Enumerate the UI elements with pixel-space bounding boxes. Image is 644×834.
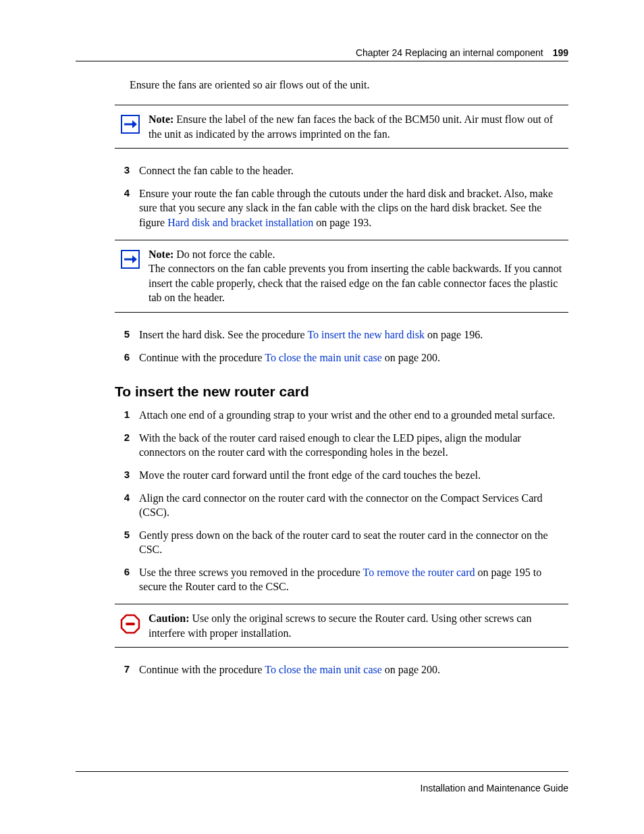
steps-group-b: 5 Insert the hard disk. See the procedur…: [115, 328, 568, 365]
chapter-title: Chapter 24 Replacing an internal compone…: [356, 47, 543, 58]
steps-group-d: 7 Continue with the procedure To close t…: [115, 662, 568, 677]
step-4: 4 Ensure your route the fan cable throug…: [115, 186, 568, 230]
step-number: 2: [115, 431, 130, 444]
svg-marker-5: [132, 255, 137, 263]
page-footer: Installation and Maintenance Guide: [76, 771, 568, 793]
footer-text: Installation and Maintenance Guide: [421, 783, 568, 793]
section-heading: To insert the new router card: [115, 384, 568, 400]
step-3b: 3 Move the router card forward until the…: [115, 468, 568, 483]
page-number: 199: [553, 47, 568, 58]
note-text-2: The connectors on the fan cable prevents…: [149, 263, 562, 303]
step-body: Insert the hard disk. See the procedure …: [139, 328, 568, 342]
link-close-main-unit-2[interactable]: To close the main unit case: [265, 664, 382, 675]
note-label: Note:: [149, 113, 173, 125]
link-hard-disk-bracket[interactable]: Hard disk and bracket installation: [167, 217, 313, 228]
step-number: 4: [115, 491, 130, 504]
note-body: Note: Ensure the label of the new fan fa…: [146, 112, 568, 141]
step-6b: 6 Use the three screws you removed in th…: [115, 565, 568, 594]
caution-body: Caution: Use only the original screws to…: [146, 611, 568, 640]
step-number: 3: [115, 163, 130, 177]
step-number: 5: [115, 328, 130, 341]
step-body: With the back of the router card raised …: [139, 431, 568, 460]
note-text-1: Do not force the cable.: [173, 249, 275, 260]
step-body: Attach one end of a grounding strap to y…: [139, 408, 568, 423]
steps-group-c: 1 Attach one end of a grounding strap to…: [115, 408, 568, 594]
step-body: Ensure your route the fan cable through …: [139, 186, 568, 230]
stop-icon: [115, 611, 146, 634]
note-callout-2: Note: Do not force the cable. The connec…: [115, 240, 568, 313]
step-body: Connect the fan cable to the header.: [139, 163, 568, 178]
step-1: 1 Attach one end of a grounding strap to…: [115, 408, 568, 423]
step-body: Move the router card forward until the f…: [139, 468, 568, 483]
note-text: Ensure the label of the new fan faces th…: [149, 113, 553, 140]
svg-marker-2: [132, 120, 137, 128]
note-label: Note:: [149, 249, 173, 260]
step-number: 5: [115, 528, 130, 542]
step-5b: 5 Gently press down on the back of the r…: [115, 528, 568, 557]
caution-callout: Caution: Use only the original screws to…: [115, 604, 568, 648]
step-number: 4: [115, 186, 130, 200]
svg-rect-7: [126, 623, 135, 625]
intro-text: Ensure the fans are oriented so air flow…: [130, 79, 568, 91]
step-number: 7: [115, 662, 130, 676]
link-remove-router-card[interactable]: To remove the router card: [363, 567, 475, 578]
page: Chapter 24 Replacing an internal compone…: [0, 0, 644, 834]
step-body: Continue with the procedure To close the…: [139, 662, 568, 677]
caution-text: Use only the original screws to secure t…: [149, 613, 531, 639]
link-insert-hard-disk[interactable]: To insert the new hard disk: [307, 329, 425, 340]
step-body: Continue with the procedure To close the…: [139, 350, 568, 365]
step-number: 1: [115, 408, 130, 421]
step-7: 7 Continue with the procedure To close t…: [115, 662, 568, 677]
content: Ensure the fans are oriented so air flow…: [76, 79, 568, 677]
arrow-right-icon: [115, 112, 146, 134]
link-close-main-unit[interactable]: To close the main unit case: [265, 352, 382, 363]
step-6: 6 Continue with the procedure To close t…: [115, 350, 568, 365]
step-number: 6: [115, 350, 130, 364]
step-3: 3 Connect the fan cable to the header.: [115, 163, 568, 178]
step-body: Align the card connector on the router c…: [139, 491, 568, 520]
step-body: Use the three screws you removed in the …: [139, 565, 568, 594]
step-body: Gently press down on the back of the rou…: [139, 528, 568, 557]
page-header: Chapter 24 Replacing an internal compone…: [76, 47, 568, 61]
steps-group-a: 3 Connect the fan cable to the header. 4…: [115, 163, 568, 230]
step-2: 2 With the back of the router card raise…: [115, 431, 568, 460]
step-4b: 4 Align the card connector on the router…: [115, 491, 568, 520]
step-number: 3: [115, 468, 130, 481]
step-5: 5 Insert the hard disk. See the procedur…: [115, 328, 568, 342]
caution-label: Caution:: [149, 613, 189, 624]
note-body: Note: Do not force the cable. The connec…: [146, 247, 568, 305]
arrow-right-icon: [115, 247, 146, 269]
step-number: 6: [115, 565, 130, 579]
note-callout-1: Note: Ensure the label of the new fan fa…: [115, 105, 568, 149]
